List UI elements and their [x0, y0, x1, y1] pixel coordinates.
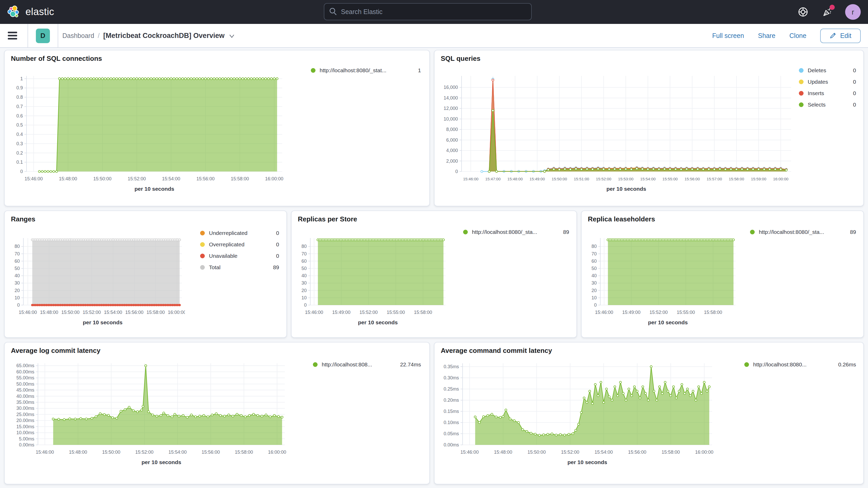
svg-text:15:55:00: 15:55:00 [662, 177, 678, 181]
svg-text:50.00ms: 50.00ms [17, 382, 34, 387]
svg-text:0.00ms: 0.00ms [444, 442, 459, 448]
legend-value: 89 [563, 229, 569, 235]
legend-item[interactable]: Underreplicated0 [200, 230, 279, 236]
clone-button[interactable]: Clone [789, 32, 806, 39]
legend-value: 0 [276, 252, 279, 259]
svg-text:16:00:00: 16:00:00 [695, 450, 713, 455]
app-header: elastic [0, 0, 868, 24]
svg-text:70: 70 [591, 251, 597, 256]
chart-avg-command-commit-latency[interactable]: 15:46:0015:48:0015:50:0015:52:0015:54:00… [436, 356, 716, 476]
search-input[interactable] [324, 3, 532, 20]
breadcrumb-dashboard[interactable]: Dashboard [62, 32, 94, 39]
news-button[interactable] [821, 6, 833, 18]
panel-title: Number of SQL connections [11, 55, 102, 62]
svg-text:15.00ms: 15.00ms [17, 424, 34, 429]
svg-text:15:52:00: 15:52:00 [83, 310, 101, 315]
svg-text:0.7: 0.7 [17, 104, 23, 109]
panel-replicas-per-store: Replicas per Store 15:46:0015:49:0015:52… [291, 211, 577, 338]
legend-swatch [799, 102, 804, 107]
svg-text:0.25ms: 0.25ms [444, 387, 459, 392]
chart-ranges[interactable]: 15:46:0015:48:0015:50:0015:52:0015:54:00… [6, 224, 185, 329]
chart-replica-leaseholders[interactable]: 15:46:0015:49:0015:52:0015:55:0015:58:00… [583, 224, 739, 329]
svg-text:15:49:00: 15:49:00 [622, 310, 640, 315]
svg-text:0: 0 [20, 169, 23, 174]
legend-item[interactable]: Total89 [200, 264, 279, 270]
legend-item[interactable]: http://localhost:8080/_stat...1 [311, 67, 421, 73]
chart-replicas-per-store[interactable]: 15:46:0015:49:0015:52:0015:55:0015:58:00… [292, 224, 448, 329]
svg-text:15:58:00: 15:58:00 [231, 176, 249, 181]
panel-title: Average command commit latency [441, 347, 552, 355]
legend-item[interactable]: http://localhost:808...22.74ms [313, 361, 421, 367]
lifebuoy-icon [798, 7, 808, 17]
full-screen-button[interactable]: Full screen [712, 32, 744, 39]
legend-item[interactable]: http://localhost:8080/_sta...89 [463, 229, 569, 235]
legend-item[interactable]: Overreplicated0 [200, 241, 279, 247]
svg-text:60: 60 [14, 258, 20, 264]
svg-text:4,000: 4,000 [446, 148, 458, 153]
legend-item[interactable]: http://localhost:8080/_sta...89 [750, 229, 856, 235]
panel-ranges: Ranges 15:46:0015:48:0015:50:0015:52:001… [4, 211, 287, 338]
panel-title: Average log commit latency [11, 347, 100, 355]
svg-text:0.10ms: 0.10ms [444, 420, 459, 425]
legend-item[interactable]: Unavailable0 [200, 252, 279, 259]
svg-text:60: 60 [591, 258, 597, 264]
svg-text:40: 40 [14, 273, 20, 278]
menu-button[interactable] [8, 32, 17, 39]
svg-text:15:56:00: 15:56:00 [628, 450, 646, 455]
legend-value: 0.26ms [838, 361, 856, 367]
svg-text:per 10 seconds: per 10 seconds [135, 186, 175, 192]
svg-text:0: 0 [594, 302, 597, 308]
svg-text:per 10 seconds: per 10 seconds [142, 459, 181, 465]
svg-text:15:48:00: 15:48:00 [69, 450, 87, 455]
panel-title: Replica leaseholders [588, 215, 655, 223]
svg-text:0.15ms: 0.15ms [444, 409, 459, 414]
edit-button[interactable]: Edit [820, 28, 861, 43]
svg-text:0.1: 0.1 [17, 159, 23, 165]
svg-text:6,000: 6,000 [446, 138, 458, 143]
legend-item[interactable]: Updates0 [799, 79, 856, 85]
svg-text:15:50:00: 15:50:00 [102, 450, 120, 455]
svg-text:15:50:00: 15:50:00 [552, 177, 567, 181]
legend-value: 1 [418, 67, 421, 73]
legend-swatch [744, 362, 749, 367]
legend-item[interactable]: Selects0 [799, 101, 856, 108]
chart-sql-connections[interactable]: 15:46:0015:48:0015:50:0015:52:0015:54:00… [6, 64, 286, 199]
legend-value: 0 [276, 241, 279, 247]
svg-text:15:58:00: 15:58:00 [235, 450, 253, 455]
legend-swatch [799, 91, 804, 95]
chevron-down-icon[interactable] [229, 32, 235, 39]
svg-text:10.00ms: 10.00ms [17, 430, 34, 435]
user-avatar[interactable]: r [845, 4, 861, 20]
legend-item[interactable]: Inserts0 [799, 90, 856, 96]
svg-text:15:46:00: 15:46:00 [25, 176, 43, 181]
svg-text:15:52:00: 15:52:00 [135, 450, 154, 455]
help-button[interactable] [797, 6, 809, 18]
svg-text:15:49:00: 15:49:00 [530, 177, 545, 181]
legend-item[interactable]: http://localhost:8080...0.26ms [744, 361, 856, 367]
svg-text:15:56:00: 15:56:00 [196, 176, 215, 181]
svg-text:25.00ms: 25.00ms [17, 412, 34, 417]
svg-text:15:55:00: 15:55:00 [387, 310, 405, 315]
legend-swatch [311, 68, 315, 72]
svg-text:15:46:00: 15:46:00 [36, 450, 54, 455]
svg-text:16:00:00: 16:00:00 [168, 310, 185, 315]
svg-text:2,000: 2,000 [446, 158, 458, 164]
page-title[interactable]: [Metricbeat CockroachDB] Overview [103, 32, 224, 39]
elastic-logo[interactable]: elastic [7, 5, 54, 19]
legend-value: 89 [273, 264, 279, 270]
svg-text:20: 20 [591, 288, 597, 293]
svg-text:0.2: 0.2 [17, 150, 23, 156]
legend-swatch [200, 253, 205, 258]
share-button[interactable]: Share [758, 32, 775, 39]
legend-item[interactable]: Deletes0 [799, 67, 856, 73]
legend-label: http://localhost:8080/_sta... [759, 229, 846, 235]
dashboard-badge[interactable]: D [36, 28, 50, 43]
svg-text:1: 1 [20, 76, 23, 81]
legend-value: 0 [853, 101, 856, 108]
svg-text:15:46:00: 15:46:00 [461, 450, 479, 455]
chart-sql-queries[interactable]: 15:46:0015:47:0015:48:0015:49:0015:50:00… [436, 64, 794, 199]
svg-text:15:57:00: 15:57:00 [707, 177, 722, 181]
legend-swatch [799, 79, 804, 84]
chart-avg-log-commit-latency[interactable]: 15:46:0015:48:0015:50:0015:52:0015:54:00… [6, 356, 289, 476]
svg-text:0.9: 0.9 [17, 85, 23, 90]
